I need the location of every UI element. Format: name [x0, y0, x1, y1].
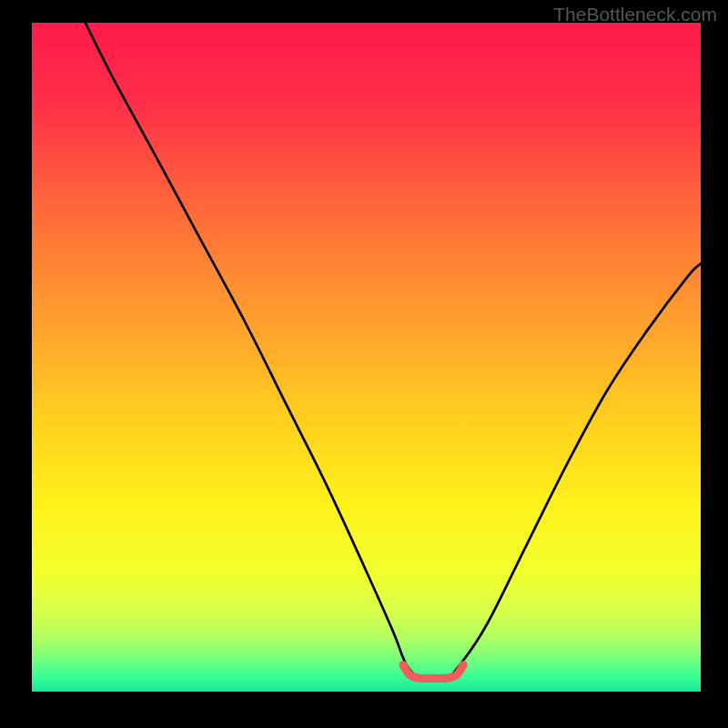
watermark-text: TheBottleneck.com [553, 4, 717, 25]
chart-container: TheBottleneck.com [0, 0, 728, 728]
chart-svg [32, 23, 701, 692]
plot-area [32, 23, 701, 692]
gradient-background [32, 23, 701, 692]
